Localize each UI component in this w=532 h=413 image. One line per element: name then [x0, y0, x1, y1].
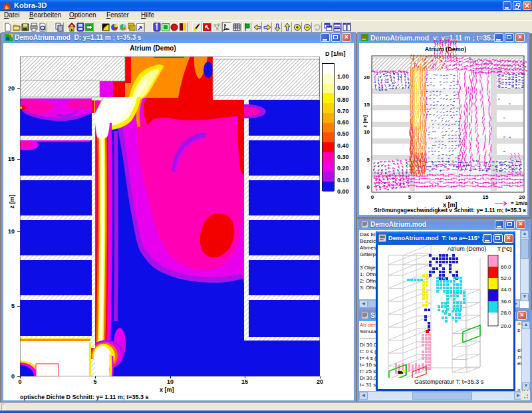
svg-text:36.0: 36.0	[501, 299, 511, 305]
svg-text:44.0: 44.0	[501, 287, 511, 293]
svg-text:28.0: 28.0	[501, 310, 511, 316]
svg-text:60.0: 60.0	[501, 264, 511, 270]
svg-text:20.0: 20.0	[501, 323, 511, 329]
svg-text:52.0: 52.0	[501, 275, 511, 281]
